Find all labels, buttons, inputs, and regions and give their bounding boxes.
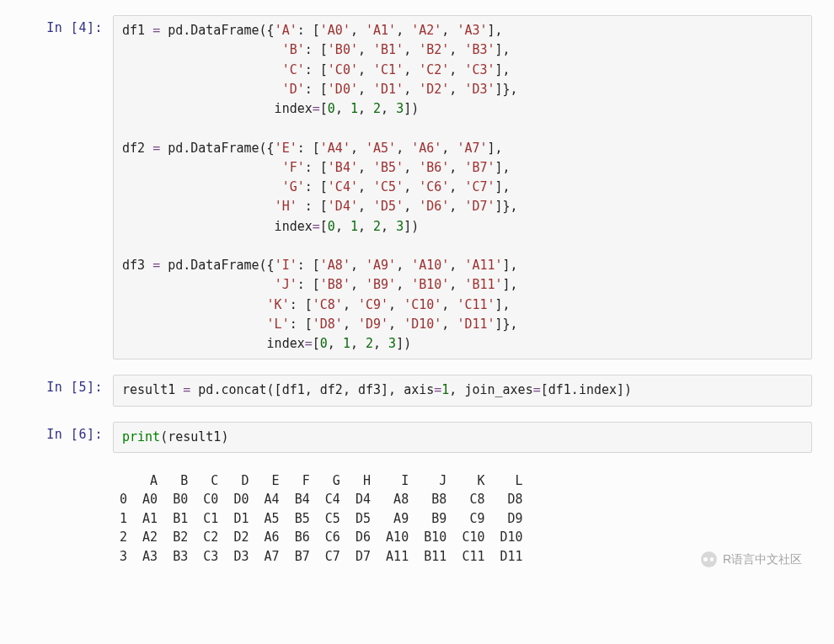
watermark: R语言中文社区: [701, 551, 802, 567]
cell-prompt: In [5]:: [22, 375, 113, 395]
wechat-icon: [701, 551, 717, 567]
watermark-text: R语言中文社区: [723, 552, 802, 567]
code-cell: In [5]:result1 = pd.concat([df1, df2, df…: [22, 375, 812, 406]
cell-prompt: [22, 468, 113, 473]
output-cell: A B C D E F G H I J K L 0 A0 B0 C0 D0 A4…: [22, 468, 812, 570]
code-input-area: result1 = pd.concat([df1, df2, df3], axi…: [113, 375, 812, 406]
code-cell: In [6]:print(result1): [22, 422, 812, 453]
cell-prompt: In [6]:: [22, 422, 113, 442]
code-input-area: df1 = pd.DataFrame({'A': ['A0', 'A1', 'A…: [113, 15, 812, 359]
code-input-area: print(result1): [113, 422, 812, 453]
notebook-view: In [4]:df1 = pd.DataFrame({'A': ['A0', '…: [22, 15, 812, 569]
cell-prompt: In [4]:: [22, 15, 113, 35]
code-cell: In [4]:df1 = pd.DataFrame({'A': ['A0', '…: [22, 15, 812, 359]
